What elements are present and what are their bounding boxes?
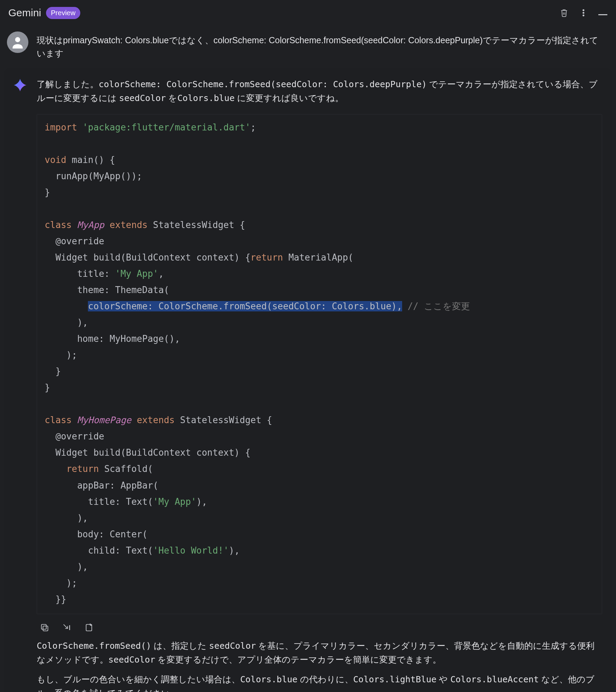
svg-point-1	[583, 12, 584, 13]
chat-window: Gemini Preview 現状はprimarySwatch: Colors.…	[0, 0, 616, 692]
inline-code: Colors.blue	[177, 93, 235, 103]
svg-point-0	[583, 10, 584, 11]
minimize-icon[interactable]	[598, 8, 608, 18]
gemini-star-icon	[12, 77, 28, 93]
user-avatar-icon	[7, 31, 28, 53]
inline-code: ColorScheme.fromSeed()	[37, 641, 151, 651]
text: に変更すれば良いですね。	[235, 93, 344, 103]
svg-rect-4	[43, 626, 48, 631]
inline-code: seedColor	[119, 93, 166, 103]
user-message: 現状はprimarySwatch: Colors.blueではなく、colorS…	[0, 25, 616, 67]
assistant-message: 了解しました。colorScheme: ColorScheme.fromSeed…	[4, 68, 612, 692]
text: を変更するだけで、アプリ全体のテーマカラーを簡単に変更できます。	[155, 655, 441, 664]
svg-point-2	[583, 15, 584, 16]
inline-code: Colors.lightBlue	[353, 674, 437, 684]
copy-icon[interactable]	[39, 622, 51, 634]
trash-icon[interactable]	[559, 8, 569, 18]
insert-at-caret-icon[interactable]	[61, 622, 73, 634]
user-text: 現状はprimarySwatch: Colors.blueではなく、colorS…	[37, 31, 606, 61]
text: や	[436, 674, 450, 684]
text: は、指定した	[151, 641, 209, 650]
text: を	[166, 93, 177, 103]
text: の代わりに、	[298, 674, 353, 684]
code-content[interactable]: import 'package:flutter/material.dart'; …	[37, 115, 602, 614]
user-message-body: 現状はprimarySwatch: Colors.blueではなく、colorS…	[37, 31, 606, 61]
text: もし、ブルーの色合いを細かく調整したい場合は、	[37, 674, 240, 684]
assistant-intro: 了解しました。colorScheme: ColorScheme.fromSeed…	[37, 78, 602, 105]
inline-code: Colors.blueAccent	[450, 674, 539, 684]
inline-code: colorScheme: ColorScheme.fromSeed(seedCo…	[99, 79, 427, 89]
messages: 現状はprimarySwatch: Colors.blueではなく、colorS…	[0, 25, 616, 692]
preview-badge: Preview	[46, 7, 80, 19]
assistant-explain-2: もし、ブルーの色合いを細かく調整したい場合は、Colors.blue の代わりに…	[37, 673, 602, 692]
titlebar: Gemini Preview	[0, 0, 616, 25]
titlebar-actions	[559, 8, 608, 18]
text: 了解しました。	[37, 79, 99, 89]
titlebar-left: Gemini Preview	[8, 5, 80, 21]
inline-code: seedColor	[209, 641, 256, 651]
new-file-icon[interactable]	[83, 622, 95, 634]
assistant-explain-1: ColorScheme.fromSeed() は、指定した seedColor …	[37, 639, 602, 667]
inline-code: Colors.blue	[240, 674, 298, 684]
svg-point-3	[15, 37, 20, 42]
code-block: import 'package:flutter/material.dart'; …	[37, 114, 602, 614]
assistant-body: 了解しました。colorScheme: ColorScheme.fromSeed…	[37, 78, 602, 692]
more-icon[interactable]	[579, 8, 588, 18]
app-title: Gemini	[8, 5, 41, 21]
inline-code: seedColor	[108, 655, 155, 665]
code-actions	[37, 619, 602, 639]
svg-rect-5	[42, 625, 46, 629]
